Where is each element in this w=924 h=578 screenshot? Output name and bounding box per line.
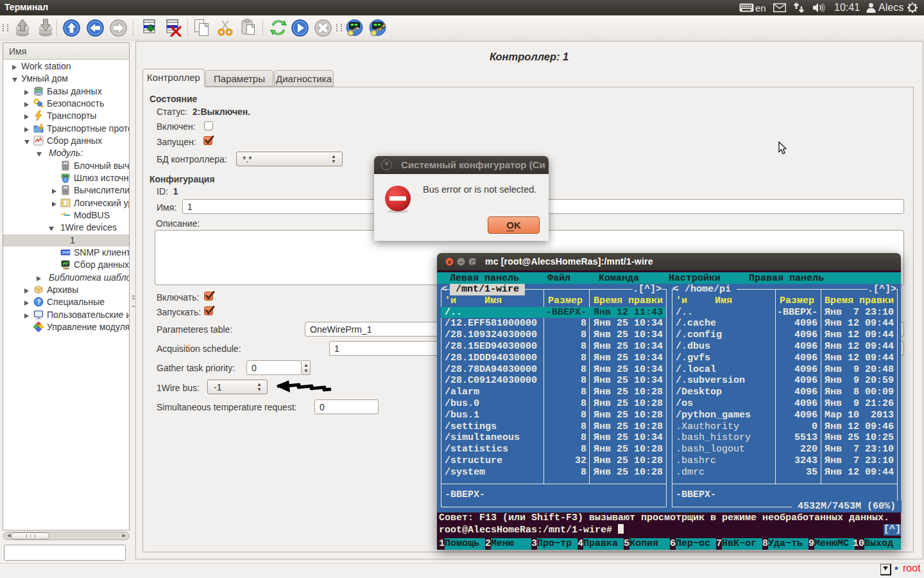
- svg-text:SNMP: SNMP: [62, 250, 71, 254]
- svg-text:?: ?: [37, 298, 41, 306]
